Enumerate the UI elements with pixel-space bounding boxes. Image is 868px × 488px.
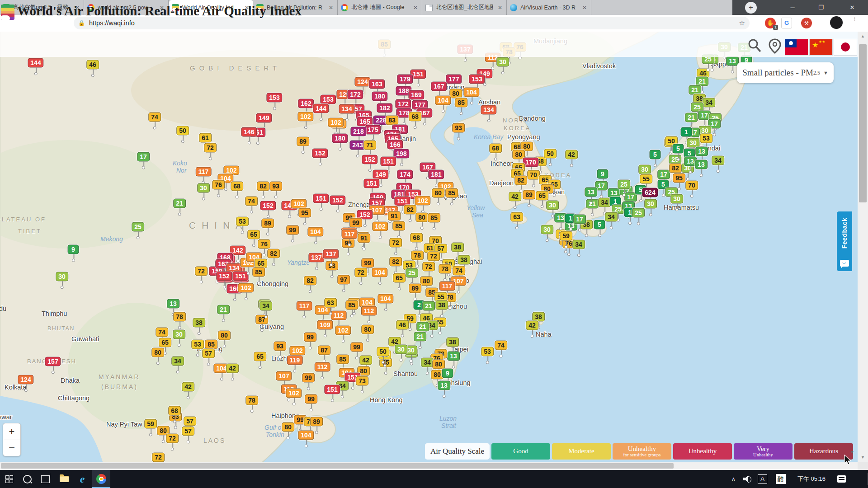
aqi-marker[interactable]: 146 xyxy=(241,127,257,137)
aqi-marker[interactable]: 34 xyxy=(421,358,434,367)
map-viewport[interactable]: GOBI DESERTCHINAPLATEAU OFTIBETMYANMAR(B… xyxy=(0,32,858,462)
aqi-marker[interactable]: 93 xyxy=(269,182,282,191)
aqi-marker[interactable]: 134 xyxy=(339,104,354,114)
aqi-marker[interactable]: 34 xyxy=(171,357,184,366)
ime-ku-icon[interactable]: 酷 xyxy=(776,470,786,488)
aqi-marker[interactable]: 137 xyxy=(308,253,324,263)
aqi-marker[interactable]: 89 xyxy=(297,137,309,146)
aqi-marker[interactable]: 95 xyxy=(673,174,685,183)
aqi-marker[interactable]: 151 xyxy=(380,157,396,166)
aqi-marker[interactable]: 80 xyxy=(151,348,164,357)
aqi-marker[interactable]: 65 xyxy=(247,230,260,239)
aqi-marker[interactable]: 63 xyxy=(510,212,523,222)
aqi-marker[interactable]: 9 xyxy=(68,245,79,254)
taskbar-search-icon[interactable] xyxy=(18,470,36,488)
aqi-marker[interactable]: 30 xyxy=(638,165,651,174)
aqi-marker[interactable]: 38 xyxy=(446,338,459,347)
tab-close-icon[interactable]: ✕ xyxy=(412,5,419,11)
aqi-marker[interactable]: 74 xyxy=(495,341,507,350)
aqi-marker[interactable]: 89 xyxy=(409,284,421,293)
aqi-marker[interactable]: 1 xyxy=(681,127,692,137)
aqi-marker[interactable]: 119 xyxy=(287,356,303,365)
aqi-marker[interactable]: 169 xyxy=(408,90,424,100)
aqi-marker[interactable]: 89 xyxy=(310,417,323,427)
aqi-marker[interactable]: 117 xyxy=(439,282,455,291)
aqi-marker[interactable]: 57 xyxy=(202,349,215,358)
aqi-marker[interactable]: 149 xyxy=(256,113,272,123)
aqi-marker[interactable]: 61 xyxy=(199,133,212,143)
aqi-marker[interactable]: 21 xyxy=(414,332,426,342)
aqi-marker[interactable]: 53 xyxy=(700,134,712,143)
aqi-marker[interactable]: 38 xyxy=(435,300,448,310)
aqi-marker[interactable]: 82 xyxy=(304,276,316,286)
aqi-marker[interactable]: 72 xyxy=(195,267,208,276)
aqi-marker[interactable]: 34 xyxy=(572,240,585,249)
aqi-marker[interactable]: 85 xyxy=(252,267,265,277)
browser-tab[interactable]: 北仑区地图_北仑区地图✕ xyxy=(423,0,507,15)
aqi-marker[interactable]: 68 xyxy=(168,406,181,416)
aqi-marker[interactable]: 55 xyxy=(640,174,652,184)
minimize-button[interactable]: ─ xyxy=(782,0,803,15)
aqi-marker[interactable]: 112 xyxy=(315,362,330,372)
aqi-marker[interactable]: 74 xyxy=(453,266,465,276)
aqi-marker[interactable]: 104 xyxy=(463,88,479,97)
aqi-marker[interactable]: 13 xyxy=(608,188,620,198)
aqi-marker[interactable]: 99 xyxy=(302,373,315,383)
aqi-marker[interactable]: 46 xyxy=(396,320,409,330)
aqi-marker[interactable]: 17 xyxy=(573,215,586,224)
volume-icon[interactable] xyxy=(743,470,751,488)
aqi-marker[interactable]: 80 xyxy=(449,89,462,99)
aqi-marker[interactable]: 72 xyxy=(204,143,217,153)
tab-close-icon[interactable]: ✕ xyxy=(581,5,588,11)
aqi-marker[interactable]: 38 xyxy=(193,318,205,328)
zoom-out-button[interactable]: − xyxy=(3,440,20,456)
tray-expand-button[interactable]: ∧ xyxy=(731,470,742,488)
aqi-marker[interactable]: 102 xyxy=(297,112,313,122)
aqi-marker[interactable]: 68 xyxy=(409,112,421,122)
aqi-marker[interactable]: 89 xyxy=(261,219,274,228)
aqi-marker[interactable]: 78 xyxy=(439,264,451,274)
aqi-marker[interactable]: 157 xyxy=(45,357,61,366)
aqi-marker[interactable]: 117 xyxy=(342,230,358,239)
aqi-marker[interactable]: 112 xyxy=(361,306,377,316)
aqi-marker[interactable]: 57 xyxy=(184,417,196,426)
aqi-marker[interactable]: 5 xyxy=(594,220,605,230)
aqi-marker[interactable]: 152 xyxy=(216,272,232,281)
aqi-marker[interactable]: 9 xyxy=(442,369,453,378)
taiwan-flag-icon[interactable] xyxy=(785,39,808,55)
aqi-marker[interactable]: 21 xyxy=(685,113,698,122)
aqi-marker[interactable]: 172 xyxy=(395,99,411,109)
aqi-marker[interactable]: 30 xyxy=(644,199,657,209)
aqi-marker[interactable]: 72 xyxy=(166,434,179,443)
zoom-in-button[interactable]: + xyxy=(3,423,20,440)
aqi-marker[interactable]: 30 xyxy=(541,225,553,235)
close-button[interactable]: ✕ xyxy=(842,0,863,15)
aqi-marker[interactable]: 102 xyxy=(372,222,388,231)
aqi-marker[interactable]: 25 xyxy=(406,268,418,278)
feedback-button[interactable]: Feedback xyxy=(837,211,852,271)
aqi-marker[interactable]: 72 xyxy=(389,238,402,248)
aqi-marker[interactable]: 102 xyxy=(289,346,305,356)
aqi-marker[interactable]: 30 xyxy=(56,272,68,282)
browser-tab[interactable]: 北仑港 地圖 - Google✕ xyxy=(338,0,422,15)
aqi-marker[interactable]: 72 xyxy=(422,262,435,272)
aqi-marker[interactable]: 80 xyxy=(218,331,231,340)
aqi-marker[interactable]: 13 xyxy=(695,147,708,156)
aqi-marker[interactable]: 73 xyxy=(356,376,368,386)
aqi-marker[interactable]: 21 xyxy=(173,199,186,208)
aqi-marker[interactable]: 151 xyxy=(394,197,410,206)
aqi-marker[interactable]: 175 xyxy=(365,125,381,135)
bookmark-star-icon[interactable]: ☆ xyxy=(739,19,745,27)
aqi-marker[interactable]: 59 xyxy=(560,231,572,241)
aqi-marker[interactable]: 50 xyxy=(377,347,389,357)
file-explorer-icon[interactable] xyxy=(55,470,73,488)
aqi-marker[interactable]: 163 xyxy=(369,80,385,89)
aqi-marker[interactable]: 153 xyxy=(266,93,282,103)
search-icon[interactable] xyxy=(747,38,762,53)
aqi-marker[interactable]: 151 xyxy=(324,385,340,394)
aqi-marker[interactable]: 13 xyxy=(695,160,708,169)
aqi-marker[interactable]: 95 xyxy=(342,239,354,248)
aqi-marker[interactable]: 9 xyxy=(597,169,609,179)
aqi-marker[interactable]: 68 xyxy=(231,182,243,191)
aqi-marker[interactable]: 134 xyxy=(481,105,496,115)
